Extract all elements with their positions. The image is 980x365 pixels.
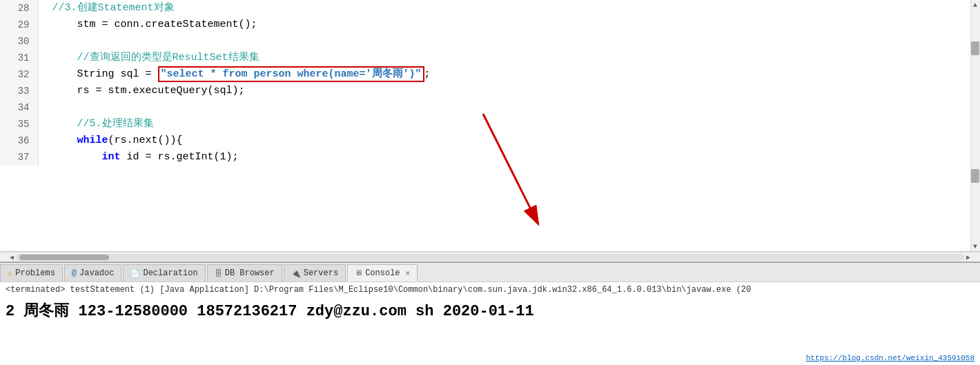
tab-javadoc[interactable]: @ Javadoc bbox=[64, 264, 122, 282]
bottom-panel: ⚠ Problems @ Javadoc 📄 Declaration 🗄 DB … bbox=[0, 262, 980, 365]
table-row: 34 bbox=[0, 99, 980, 116]
comment-text: //5.处理结果集 bbox=[77, 118, 154, 130]
tab-label: Problems bbox=[15, 268, 55, 278]
result-line: 2 周冬雨 123-12580000 18572136217 zdy@zzu.c… bbox=[6, 300, 974, 321]
terminated-line: <terminated> testStatement (1) [Java App… bbox=[6, 285, 974, 295]
line-code: int id = rs.getInt(1); bbox=[38, 149, 980, 166]
line-code bbox=[38, 33, 980, 50]
tab-servers[interactable]: 🔌 Servers bbox=[284, 264, 346, 282]
tab-label: Console bbox=[365, 268, 400, 278]
table-row: 33 rs = stm.executeQuery(sql); bbox=[0, 83, 980, 99]
tab-db-browser[interactable]: 🗄 DB Browser bbox=[207, 264, 282, 282]
scroll-up-arrow[interactable]: ▲ bbox=[971, 1, 979, 9]
tab-close-icon[interactable]: ✕ bbox=[406, 268, 411, 277]
table-row: 31 //查询返回的类型是ResultSet结果集 bbox=[0, 50, 980, 66]
line-code: rs = stm.executeQuery(sql); bbox=[38, 83, 980, 99]
javadoc-icon: @ bbox=[72, 268, 77, 278]
line-number: 34 bbox=[0, 99, 38, 116]
comment-text: //3.创建Statement对象 bbox=[52, 2, 175, 14]
tab-label: DB Browser bbox=[225, 268, 275, 278]
table-row: 28 //3.创建Statement对象 bbox=[0, 0, 980, 17]
line-code: //查询返回的类型是ResultSet结果集 bbox=[38, 50, 980, 66]
line-number: 30 bbox=[0, 33, 38, 50]
line-number: 33 bbox=[0, 83, 38, 99]
hscroll-thumb[interactable] bbox=[19, 255, 109, 260]
hscroll-right-arrow[interactable]: ▶ bbox=[966, 253, 970, 262]
db-browser-icon: 🗄 bbox=[215, 269, 222, 278]
tab-bar: ⚠ Problems @ Javadoc 📄 Declaration 🗄 DB … bbox=[0, 263, 980, 282]
table-row: 32 String sql = "select * from person wh… bbox=[0, 66, 980, 83]
line-number: 36 bbox=[0, 132, 38, 149]
tab-label: Declaration bbox=[143, 268, 197, 278]
table-row: 30 bbox=[0, 33, 980, 50]
table-row: 29 stm = conn.createStatement(); bbox=[0, 17, 980, 33]
console-output: <terminated> testStatement (1) [Java App… bbox=[0, 282, 980, 365]
keyword-int: int bbox=[102, 151, 121, 163]
console-icon: 🖥 bbox=[355, 268, 362, 277]
servers-icon: 🔌 bbox=[291, 269, 301, 278]
tab-label: Javadoc bbox=[79, 268, 114, 278]
scroll-down-arrow[interactable]: ▼ bbox=[971, 243, 979, 250]
line-number: 35 bbox=[0, 116, 38, 132]
hscroll-track[interactable] bbox=[16, 254, 964, 261]
scroll-thumb-top[interactable] bbox=[971, 41, 979, 55]
line-number: 29 bbox=[0, 17, 38, 33]
comment-text: //查询返回的类型是ResultSet结果集 bbox=[77, 52, 259, 63]
line-number: 28 bbox=[0, 0, 38, 17]
line-code: stm = conn.createStatement(); bbox=[38, 17, 980, 33]
line-code bbox=[38, 99, 980, 116]
vertical-scrollbar[interactable]: ▲ ▼ bbox=[970, 0, 980, 252]
scroll-thumb-bottom[interactable] bbox=[971, 169, 979, 183]
declaration-icon: 📄 bbox=[130, 269, 140, 278]
url-bar[interactable]: https://blog.csdn.net/weixin_43591058 bbox=[806, 354, 974, 362]
tab-console[interactable]: 🖥 Console ✕ bbox=[347, 264, 418, 282]
line-code: String sql = "select * from person where… bbox=[38, 66, 980, 83]
line-code: //3.创建Statement对象 bbox=[38, 0, 980, 17]
table-row: 37 int id = rs.getInt(1); bbox=[0, 149, 980, 166]
problems-icon: ⚠ bbox=[8, 268, 12, 279]
table-row: 36 while(rs.next()){ bbox=[0, 132, 980, 149]
line-code: //5.处理结果集 bbox=[38, 116, 980, 132]
table-row: 35 //5.处理结果集 bbox=[0, 116, 980, 132]
keyword-while: while bbox=[77, 135, 108, 146]
tab-declaration[interactable]: 📄 Declaration bbox=[123, 264, 205, 282]
sql-string-highlight: "select * from person where(name='周冬雨')" bbox=[158, 66, 424, 82]
tab-problems[interactable]: ⚠ Problems bbox=[0, 264, 63, 282]
line-number: 31 bbox=[0, 50, 38, 66]
editor-area: 28 //3.创建Statement对象 29 stm = conn.creat… bbox=[0, 0, 980, 252]
tab-label: Servers bbox=[304, 268, 338, 278]
line-number: 32 bbox=[0, 66, 38, 83]
hscroll-left-arrow[interactable]: ◀ bbox=[10, 253, 14, 262]
horizontal-scrollbar[interactable]: ◀ ▶ bbox=[0, 252, 980, 262]
line-number: 37 bbox=[0, 149, 38, 166]
line-code: while(rs.next()){ bbox=[38, 132, 980, 149]
